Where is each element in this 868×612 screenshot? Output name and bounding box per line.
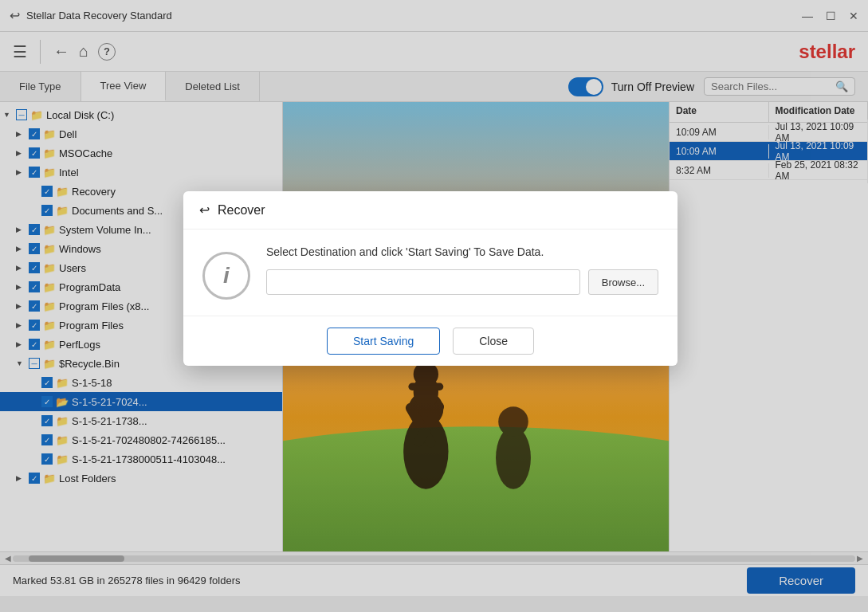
dialog-title: Recover — [218, 203, 265, 218]
dialog-message: Select Destination and click 'Start Savi… — [266, 245, 658, 258]
recover-dialog: ↩ Recover i Select Destination and click… — [183, 191, 678, 366]
dialog-input-row: Browse... — [266, 269, 658, 295]
info-circle: i — [202, 252, 250, 300]
dialog-footer: Start Saving Close — [183, 316, 678, 366]
dialog-back-icon: ↩ — [199, 202, 210, 218]
browse-button[interactable]: Browse... — [588, 269, 658, 295]
destination-input[interactable] — [266, 269, 580, 295]
dialog-body: i Select Destination and click 'Start Sa… — [183, 230, 678, 316]
dialog-content: Select Destination and click 'Start Savi… — [266, 245, 658, 295]
dialog-close-button[interactable]: Close — [453, 328, 534, 355]
dialog-overlay: ↩ Recover i Select Destination and click… — [0, 0, 868, 612]
start-saving-button[interactable]: Start Saving — [327, 328, 440, 355]
dialog-titlebar: ↩ Recover — [183, 191, 678, 230]
